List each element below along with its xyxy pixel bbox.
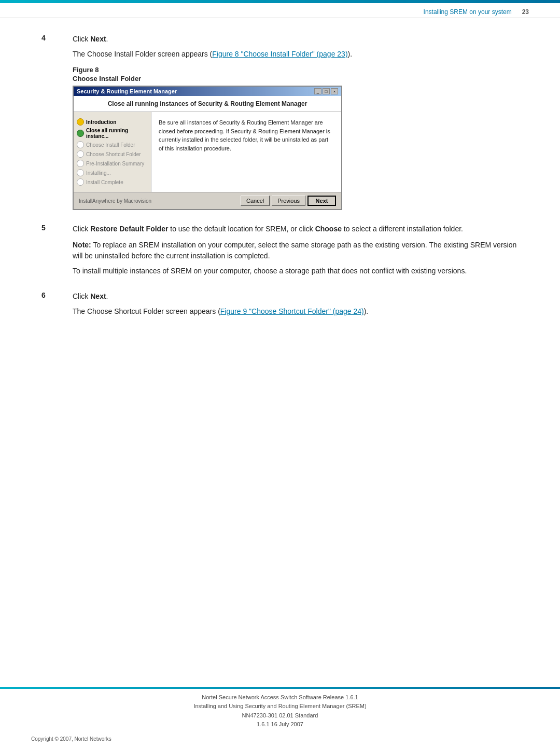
dialog-controls: _ □ ×	[314, 88, 338, 94]
bottom-bar: Nortel Secure Network Access Switch Soft…	[0, 687, 560, 747]
installing-icon	[77, 169, 84, 176]
main-content: 4 Click Next. The Choose Install Folder …	[0, 18, 560, 341]
previous-button[interactable]: Previous	[272, 196, 305, 206]
sidebar-item-pre-install: Pre-Installation Summary	[77, 159, 148, 168]
dialog-body: Introduction Close all running instanc..…	[74, 112, 341, 192]
step-6-instruction: Click Next.	[73, 291, 519, 302]
step-4-description: The Choose Install Folder screen appears…	[73, 49, 519, 60]
additional-text: To install multiple instances of SREM on…	[73, 266, 519, 276]
dialog-main-text: Be sure all instances of Security & Rout…	[151, 112, 341, 192]
footer-line3: NN47230-301 02.01 Standard	[31, 711, 529, 721]
dialog-titlebar: Security & Routing Element Manager _ □ ×	[74, 87, 341, 96]
install-complete-icon	[77, 178, 84, 186]
page-header: Installing SREM on your system 23	[0, 3, 560, 18]
footer-line1: Nortel Secure Network Access Switch Soft…	[31, 693, 529, 702]
dialog-buttons: Cancel Previous Next	[241, 196, 336, 206]
figure9-link[interactable]: Figure 9 "Choose Shortcut Folder" (page …	[220, 307, 364, 315]
step-5-instruction: Click Restore Default Folder to use the …	[73, 224, 519, 234]
figure-label: Figure 8	[73, 66, 519, 74]
choose-shortcut-icon	[77, 150, 84, 158]
step-6-description: The Choose Shortcut Folder screen appear…	[73, 306, 519, 317]
close-running-icon	[77, 130, 84, 137]
intro-icon	[77, 118, 84, 126]
footer-line2: Installing and Using Security and Routin…	[31, 702, 529, 711]
figure-block: Figure 8 Choose Install Folder Security …	[73, 66, 519, 210]
note-text: Note: To replace an SREM installation on…	[73, 240, 519, 261]
footer-line4: 1.6.1 16 July 2007	[31, 720, 529, 729]
next-button[interactable]: Next	[307, 196, 336, 206]
maximize-button[interactable]: □	[323, 88, 330, 94]
step-4-row: 4 Click Next. The Choose Install Folder …	[41, 34, 519, 214]
footer-text: Nortel Secure Network Access Switch Soft…	[0, 689, 560, 731]
step-4-content: Click Next. The Choose Install Folder sc…	[73, 34, 519, 214]
pre-install-icon	[77, 160, 84, 167]
sidebar-item-install-complete: Install Complete	[77, 177, 148, 187]
page-number: 23	[522, 8, 529, 16]
installanywhere-label: InstallAnywhere by Macrovision	[79, 198, 151, 204]
step-6-content: Click Next. The Choose Shortcut Folder s…	[73, 291, 519, 321]
dialog-sidebar: Introduction Close all running instanc..…	[74, 112, 151, 192]
note-block: Note: To replace an SREM installation on…	[73, 240, 519, 276]
figure-sublabel: Choose Install Folder	[73, 75, 519, 82]
step-6-row: 6 Click Next. The Choose Shortcut Folder…	[41, 291, 519, 321]
sidebar-item-installing: Installing...	[77, 168, 148, 177]
figure8-link[interactable]: Figure 8 "Choose Install Folder" (page 2…	[212, 50, 347, 58]
step-5-number: 5	[41, 224, 73, 232]
sidebar-item-choose-install: Choose Install Folder	[77, 140, 148, 149]
dialog-title: Security & Routing Element Manager	[77, 88, 177, 94]
step-6-number: 6	[41, 291, 73, 299]
header-title: Installing SREM on your system	[424, 8, 512, 16]
sidebar-item-introduction: Introduction	[77, 117, 148, 127]
copyright-text: Copyright © 2007, Nortel Networks	[31, 736, 111, 742]
step-5-content: Click Restore Default Folder to use the …	[73, 224, 519, 282]
choose-install-icon	[77, 141, 84, 148]
step-5-row: 5 Click Restore Default Folder to use th…	[41, 224, 519, 282]
dialog-window: Security & Routing Element Manager _ □ ×…	[73, 86, 342, 210]
close-button[interactable]: ×	[331, 88, 338, 94]
step-4-number: 4	[41, 34, 73, 42]
dialog-footer: InstallAnywhere by Macrovision Cancel Pr…	[74, 192, 341, 209]
sidebar-item-choose-shortcut: Choose Shortcut Folder	[77, 149, 148, 159]
minimize-button[interactable]: _	[314, 88, 321, 94]
dialog-inner-header: Close all running instances of Security …	[74, 96, 341, 112]
step-4-instruction: Click Next.	[73, 34, 519, 45]
sidebar-item-close-running: Close all running instanc...	[77, 127, 148, 140]
cancel-button[interactable]: Cancel	[241, 196, 270, 206]
